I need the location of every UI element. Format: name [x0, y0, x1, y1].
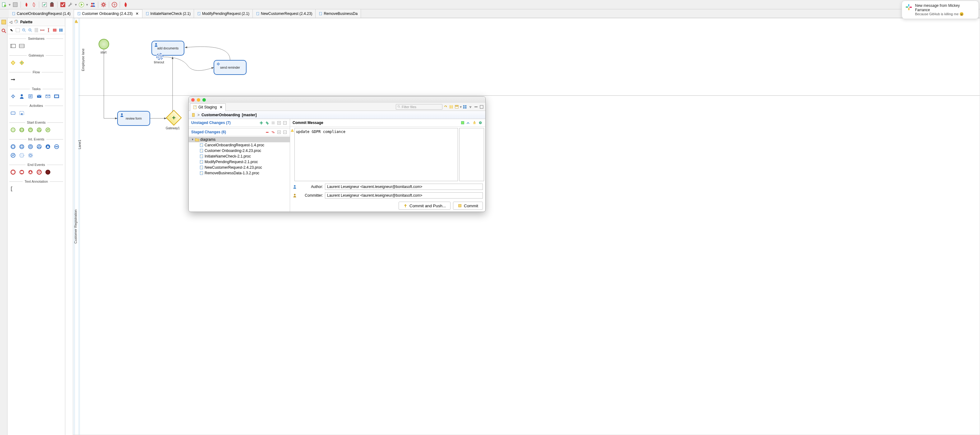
start-event[interactable] [99, 39, 109, 49]
select-tool-icon[interactable]: ⬉ [9, 27, 14, 33]
script-palette-icon[interactable] [27, 93, 33, 99]
window-titlebar[interactable] [189, 97, 485, 103]
space-h-icon[interactable] [40, 27, 45, 33]
view-menu-icon[interactable]: ▿ [468, 105, 473, 110]
back-icon[interactable]: ◁ [10, 20, 12, 24]
changeid-icon[interactable] [472, 120, 477, 125]
none-palette-icon[interactable] [10, 127, 16, 133]
and-palette-icon[interactable] [19, 60, 25, 66]
editor-tab[interactable]: InitiateNameCheck (2.1) [142, 10, 194, 18]
help-icon[interactable]: ? [111, 2, 117, 8]
unstage-all-icon[interactable] [270, 130, 275, 135]
catch1-palette-icon[interactable] [10, 144, 16, 150]
editor-tab[interactable]: ModifyPendingRequest (2.1) [194, 10, 253, 18]
presentation-icon[interactable] [270, 120, 275, 125]
throw3-palette-icon[interactable] [10, 152, 16, 159]
commit-and-push-button[interactable]: Commit and Push... [399, 202, 450, 210]
committer-input[interactable] [325, 192, 483, 198]
end4-palette-icon[interactable] [36, 169, 42, 175]
validate2-icon[interactable] [60, 2, 65, 8]
close-tab-icon[interactable]: ✕ [219, 105, 223, 109]
stage-all-icon[interactable] [264, 120, 270, 125]
pool-palette-icon[interactable] [10, 43, 16, 49]
subprocess-palette-icon[interactable] [19, 110, 25, 116]
xor-palette-icon[interactable] [10, 60, 16, 66]
editor-tab[interactable]: Customer Onboarding (2.4.23)✕ [74, 10, 142, 18]
commit-button[interactable]: Commit [453, 202, 483, 210]
maximize-view-icon[interactable] [479, 105, 484, 110]
zoom-in-icon[interactable]: + [21, 27, 27, 33]
message-palette-icon[interactable] [19, 127, 25, 133]
error-palette-icon[interactable] [45, 127, 51, 133]
boundary2-palette-icon[interactable] [27, 152, 33, 159]
human-palette-icon[interactable] [19, 93, 25, 99]
gateway[interactable]: + [166, 110, 182, 126]
catch4-palette-icon[interactable] [36, 144, 42, 150]
signoff-icon[interactable] [466, 120, 471, 125]
marquee-tool-icon[interactable] [15, 27, 21, 33]
collapse-all2-icon[interactable] [282, 130, 287, 135]
new-file-icon[interactable] [1, 2, 7, 8]
throw1-palette-icon[interactable] [45, 144, 51, 150]
save-icon[interactable] [13, 2, 18, 8]
stage-selected-icon[interactable] [259, 120, 264, 125]
bonita-logo-icon[interactable] [123, 2, 128, 8]
call-palette-icon[interactable] [54, 93, 60, 99]
gerrit-icon[interactable] [478, 120, 483, 125]
timer-palette-icon[interactable] [27, 127, 33, 133]
tab-git-staging[interactable]: Git Staging ✕ [190, 103, 226, 111]
end2-palette-icon[interactable] [19, 169, 25, 175]
staged-file-row[interactable]: InitiateNameCheck-2.1.proc [189, 154, 290, 159]
minimize-view-icon[interactable] [474, 105, 479, 110]
editor-tab[interactable]: RemoveBusinessDa [316, 10, 361, 18]
staged-file-row[interactable]: Customer Onboarding-2.4.23.proc [189, 148, 290, 154]
bonita-outline-icon[interactable] [31, 2, 37, 8]
editor-tab[interactable]: NewCustomerRequest (2.4.23) [253, 10, 316, 18]
staged-file-row[interactable]: NewCustomerRequest-2.4.23.proc [189, 165, 290, 170]
grid-icon[interactable] [33, 27, 39, 33]
overview-icon[interactable] [1, 19, 6, 25]
catch3-palette-icon[interactable] [27, 144, 33, 150]
staged-file-row[interactable]: CancelOnboardingRequest-1.4.proc [189, 142, 290, 148]
task-add-documents[interactable]: add documents [151, 41, 185, 56]
search-icon[interactable] [1, 28, 6, 33]
clipboard-icon[interactable] [49, 2, 55, 8]
layout-icon[interactable] [462, 105, 467, 110]
distribute-icon[interactable] [58, 27, 64, 33]
task-send-reminder[interactable]: send reminder [213, 60, 247, 75]
unstage-selected-icon[interactable] [264, 130, 270, 135]
signal-palette-icon[interactable] [36, 127, 42, 133]
author-input[interactable] [325, 184, 483, 190]
tree-folder-diagrams[interactable]: ▼ diagrams [189, 137, 290, 142]
end3-palette-icon[interactable] [27, 169, 33, 175]
column-icon[interactable] [454, 105, 459, 110]
commit-message-textarea[interactable] [294, 128, 458, 181]
timer-boundary-event[interactable] [156, 53, 163, 60]
sequence-palette-icon[interactable] [10, 76, 16, 83]
zoom-out-icon[interactable] [27, 27, 33, 33]
align-icon[interactable] [52, 27, 57, 33]
staged-tree[interactable]: ▼ diagrams CancelOnboardingRequest-1.4.p… [189, 136, 290, 211]
staged-file-row[interactable]: RemoveBusinessData-1.3.2.proc [189, 170, 290, 176]
service-palette-icon[interactable] [10, 93, 16, 99]
space-v-icon[interactable] [46, 27, 51, 33]
wrench-icon[interactable] [67, 2, 73, 8]
bonita-red-icon[interactable] [23, 2, 29, 8]
compare-icon[interactable] [449, 105, 453, 110]
annotation-palette-icon[interactable] [10, 186, 16, 192]
lane-palette-icon[interactable] [19, 43, 25, 49]
end1-palette-icon[interactable] [10, 169, 16, 175]
amend-icon[interactable] [460, 120, 465, 125]
filter-files-input[interactable]: Filter files [396, 104, 442, 110]
catch2-palette-icon[interactable] [19, 144, 25, 150]
play-icon[interactable] [79, 2, 84, 8]
validate-icon[interactable] [42, 2, 47, 8]
throw2-palette-icon[interactable] [54, 144, 60, 150]
maximize-window-icon[interactable] [202, 98, 206, 102]
end5-palette-icon[interactable] [45, 169, 51, 175]
slack-notification[interactable]: New message from Mickey Farrance Because… [902, 1, 979, 19]
expand-all2-icon[interactable] [277, 130, 282, 135]
diagram-canvas[interactable]: ! Customer Registration Employee lane La… [65, 18, 980, 435]
refresh-icon[interactable] [443, 105, 448, 110]
boundary1-palette-icon[interactable] [19, 152, 25, 159]
